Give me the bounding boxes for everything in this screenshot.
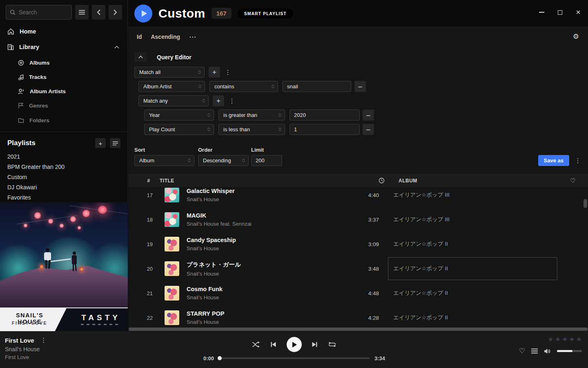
- limit-input[interactable]: [251, 155, 282, 166]
- track-album-cell[interactable]: エイリアン☆ポップ III: [388, 208, 557, 231]
- rule-value-input[interactable]: [290, 110, 360, 121]
- remove-rule-button[interactable]: –: [354, 81, 366, 92]
- add-rule-button[interactable]: +: [209, 67, 220, 78]
- remove-rule-button[interactable]: –: [363, 124, 374, 135]
- sidebar-divider: [0, 132, 128, 132]
- star-icon[interactable]: ★: [569, 335, 575, 343]
- search-input[interactable]: [19, 9, 64, 16]
- track-number: 22: [145, 315, 153, 321]
- save-kebab-icon[interactable]: ⋮: [574, 157, 581, 164]
- forward-button[interactable]: [109, 5, 122, 20]
- playlists-title: Playlists: [7, 139, 91, 147]
- table-row[interactable]: 22 STARRY POPSnail’s House 4:28 エイリアン☆ポッ…: [128, 305, 588, 327]
- match-all-select[interactable]: Match all: [134, 67, 205, 78]
- back-button[interactable]: [92, 5, 105, 20]
- rule-field-select[interactable]: Year: [144, 110, 214, 121]
- vertical-scrollbar-thumb[interactable]: [584, 199, 587, 208]
- track-title: MAGIK: [187, 212, 354, 219]
- remove-rule-button[interactable]: –: [363, 110, 374, 121]
- table-row[interactable]: 17 Galactic WhisperSnail’s House 4:40 エイ…: [128, 187, 588, 207]
- table-row[interactable]: 18 MAGIKSnail’s House feat. Sennzai 3:37…: [128, 207, 588, 232]
- collapse-query-editor-button[interactable]: [134, 52, 147, 62]
- progress-bar[interactable]: [218, 357, 370, 359]
- sidebar-item-library[interactable]: Library: [0, 41, 127, 53]
- star-icon[interactable]: ★: [555, 335, 561, 343]
- horizontal-scrollbar-thumb[interactable]: [129, 328, 588, 331]
- chevron-up-icon[interactable]: [114, 46, 119, 49]
- sidebar-item-genres[interactable]: Genres: [0, 99, 127, 112]
- rule-operator-select[interactable]: is less than: [218, 124, 285, 135]
- rule-field-select[interactable]: Album Artist: [138, 81, 205, 92]
- track-duration: 4:40: [354, 192, 379, 198]
- track-album-cell[interactable]: エイリアン☆ポップ II: [388, 306, 557, 327]
- play-playlist-button[interactable]: [134, 4, 152, 22]
- artwork-figures: [72, 255, 77, 265]
- rule-value-input[interactable]: [283, 81, 351, 92]
- playlist-item[interactable]: Custom: [7, 172, 118, 182]
- rule-operator-select[interactable]: contains: [209, 81, 278, 92]
- table-row[interactable]: 20 プラネット・ガールSnail’s House 3:48 エイリアン☆ポップ…: [128, 256, 588, 281]
- star-icon[interactable]: ★: [576, 335, 582, 343]
- save-as-button[interactable]: Save as: [538, 155, 569, 166]
- rule-field-select[interactable]: Play Count: [144, 124, 214, 135]
- playlist-item[interactable]: Favorites: [7, 193, 118, 202]
- track-album-cell[interactable]: エイリアン☆ポップ II: [388, 233, 557, 256]
- add-playlist-button[interactable]: +: [95, 138, 106, 148]
- volume-slider[interactable]: [557, 350, 582, 352]
- sidebar-item-album-artists[interactable]: Album Artists: [0, 85, 127, 97]
- search-box[interactable]: [6, 5, 72, 20]
- volume-icon[interactable]: [544, 348, 551, 354]
- star-icon[interactable]: ★: [548, 335, 553, 343]
- sidebar-item-tracks[interactable]: Tracks: [0, 71, 127, 83]
- favorite-heart-icon[interactable]: ♡: [519, 347, 525, 355]
- playlist-list-button[interactable]: [110, 138, 120, 148]
- maximize-button[interactable]: [557, 9, 563, 16]
- rule-operator-select[interactable]: is greater than: [218, 110, 285, 121]
- shuffle-button[interactable]: [252, 340, 261, 349]
- sidebar-item-home[interactable]: Home: [0, 25, 127, 38]
- track-album-cell-focused[interactable]: エイリアン☆ポップ II: [388, 257, 557, 280]
- sort-select[interactable]: Album: [134, 155, 194, 166]
- minimize-button[interactable]: [538, 9, 545, 16]
- playlist-name: DJ Okawari: [7, 184, 37, 191]
- close-button[interactable]: ×: [575, 9, 581, 16]
- sort-direction-chip[interactable]: Ascending: [151, 34, 180, 40]
- play-pause-button[interactable]: [287, 337, 302, 352]
- group-kebab-icon[interactable]: ⋮: [224, 69, 232, 76]
- favorite-column-heart-icon[interactable]: ♡: [570, 177, 576, 184]
- playlist-item[interactable]: BPM Greater than 200: [7, 162, 118, 172]
- minimize-icon: [539, 12, 544, 13]
- next-track-button[interactable]: [310, 340, 319, 349]
- add-rule-button[interactable]: +: [213, 95, 224, 106]
- match-any-select[interactable]: Match any: [138, 95, 209, 106]
- queue-icon[interactable]: [531, 348, 538, 354]
- horizontal-scrollbar[interactable]: [128, 327, 588, 331]
- more-options-icon[interactable]: ⋯: [189, 33, 196, 41]
- column-number[interactable]: #: [145, 178, 153, 184]
- now-playing-artwork[interactable]: SNAIL'S HOUSE FIRST LOVE TASTY: [0, 202, 128, 331]
- sort-field-chip[interactable]: Id: [137, 34, 142, 40]
- previous-track-button[interactable]: [269, 340, 278, 349]
- star-icon[interactable]: ★: [562, 335, 568, 343]
- repeat-button[interactable]: [328, 340, 337, 349]
- order-select[interactable]: Descending: [198, 155, 249, 166]
- duration-clock-icon[interactable]: [360, 177, 385, 184]
- sidebar-item-albums[interactable]: Albums: [0, 56, 127, 69]
- column-title[interactable]: TITLE: [160, 178, 360, 184]
- artwork-banner: SNAIL'S HOUSE FIRST LOVE TASTY: [0, 307, 128, 331]
- sidebar-item-folders[interactable]: Folders: [0, 114, 127, 126]
- group-kebab-icon[interactable]: ⋮: [228, 97, 236, 105]
- table-row[interactable]: 19 Candy SpaceshipSnail’s House 3:09 エイリ…: [128, 232, 588, 256]
- menu-button[interactable]: [75, 5, 89, 20]
- lantern: [24, 224, 27, 227]
- rule-value-input[interactable]: [290, 124, 360, 135]
- playlist-item[interactable]: 2021: [7, 152, 118, 162]
- select-value: is less than: [223, 126, 275, 132]
- playlist-item[interactable]: DJ Okawari: [7, 182, 118, 192]
- progress-handle[interactable]: [218, 356, 222, 360]
- table-row[interactable]: 21 Cosmo FunkSnail’s House 4:48 エイリアン☆ポッ…: [128, 281, 588, 305]
- column-album[interactable]: ALBUM: [394, 178, 563, 184]
- track-album-cell[interactable]: エイリアン☆ポップ III: [388, 187, 557, 206]
- track-album-cell[interactable]: エイリアン☆ポップ II: [388, 282, 557, 305]
- settings-gear-icon[interactable]: ⚙: [573, 32, 579, 41]
